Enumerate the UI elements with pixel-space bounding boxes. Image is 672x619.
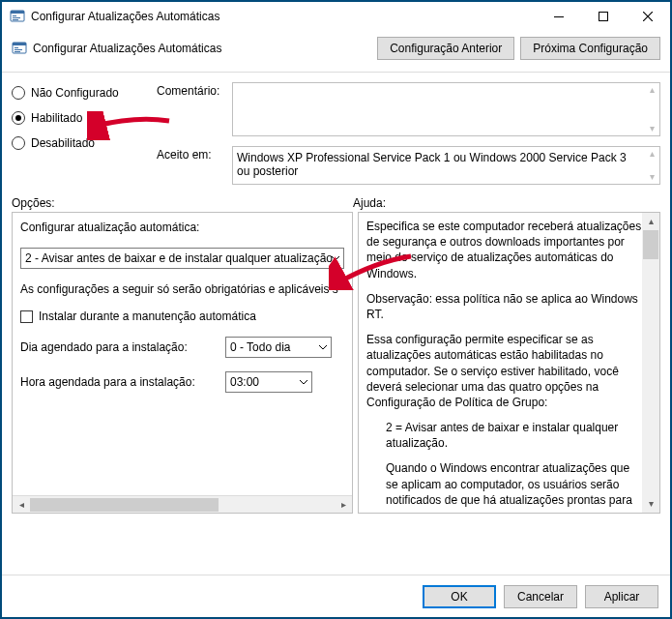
dropdown-value: 0 - Todo dia (230, 340, 327, 354)
svg-rect-9 (15, 47, 18, 48)
scroll-thumb[interactable] (643, 230, 658, 259)
minimize-button[interactable] (537, 2, 581, 31)
scrollbar-icon: ▴▾ (646, 149, 657, 182)
option-config-label: Configurar atualização automática: (20, 221, 353, 234)
titlebar: Configurar Atualizações Automáticas (2, 2, 670, 31)
ok-button[interactable]: OK (423, 585, 496, 608)
install-maintenance-checkbox[interactable]: Instalar durante a manutenção automática (20, 310, 353, 323)
window-title: Configurar Atualizações Automáticas (31, 10, 537, 23)
svg-rect-2 (13, 15, 16, 16)
help-paragraph: Especifica se este computador receberá a… (366, 219, 642, 281)
help-paragraph: Observação: essa política não se aplica … (366, 291, 642, 322)
radio-disabled[interactable]: Desabilitado (12, 136, 157, 150)
radio-not-configured[interactable]: Não Configurado (12, 86, 157, 100)
comment-textbox[interactable]: ▴▾ (232, 82, 660, 136)
svg-rect-8 (13, 43, 26, 45)
radio-label: Não Configurado (31, 86, 119, 100)
help-vertical-scrollbar[interactable]: ▴ ▾ (642, 213, 659, 513)
svg-rect-5 (554, 16, 564, 17)
chevron-down-icon (332, 251, 339, 265)
supported-on-box: Windows XP Professional Service Pack 1 o… (232, 146, 660, 185)
radio-icon (12, 136, 25, 150)
scroll-down-icon[interactable]: ▾ (642, 495, 659, 513)
checkbox-icon (20, 310, 33, 323)
svg-rect-1 (11, 11, 24, 14)
install-day-label: Dia agendado para a instalação: (20, 340, 214, 354)
svg-rect-11 (15, 51, 20, 52)
gpedit-icon (10, 9, 25, 24)
maximize-button[interactable] (581, 2, 626, 31)
options-pane: Configurar atualização automática: 2 - A… (12, 212, 353, 514)
options-horizontal-scrollbar[interactable]: ◂ ▸ (13, 495, 352, 513)
next-setting-button[interactable]: Próxima Configuração (520, 37, 660, 60)
svg-rect-6 (599, 13, 608, 21)
dialog-footer: OK Cancelar Aplicar (2, 575, 670, 617)
supported-label: Aceito em: (157, 146, 232, 185)
install-time-label: Hora agendada para a instalação: (20, 375, 214, 389)
dropdown-value: 03:00 (230, 375, 307, 389)
scroll-up-icon[interactable]: ▴ (642, 213, 659, 230)
radio-label: Habilitado (31, 111, 82, 125)
dropdown-value: 2 - Avisar antes de baixar e de instalar… (25, 251, 348, 265)
config-update-dropdown[interactable]: 2 - Avisar antes de baixar e de instalar… (20, 248, 344, 269)
previous-setting-button[interactable]: Configuração Anterior (377, 37, 514, 60)
policy-title: Configurar Atualizações Automáticas (33, 42, 371, 55)
radio-icon (12, 111, 25, 125)
options-header: Opções: (12, 196, 353, 210)
apply-button[interactable]: Aplicar (585, 585, 658, 608)
comment-label: Comentário: (157, 82, 232, 136)
help-header: Ajuda: (353, 196, 660, 210)
checkbox-label: Instalar durante a manutenção automática (39, 310, 256, 323)
install-day-dropdown[interactable]: 0 - Todo dia (225, 337, 332, 358)
help-paragraph: Essa configuração permite especificar se… (366, 332, 642, 410)
policy-header: Configurar Atualizações Automáticas Conf… (2, 31, 670, 73)
scrollbar-icon: ▴▾ (646, 85, 657, 133)
help-paragraph: Quando o Windows encontrar atualizações … (386, 460, 642, 507)
help-paragraph: 2 = Avisar antes de baixar e instalar qu… (386, 420, 642, 451)
svg-rect-3 (13, 17, 20, 18)
scroll-left-icon[interactable]: ◂ (13, 496, 30, 514)
chevron-down-icon (319, 340, 327, 354)
radio-icon (12, 86, 25, 100)
install-time-dropdown[interactable]: 03:00 (225, 371, 312, 393)
radio-enabled[interactable]: Habilitado (12, 111, 157, 125)
scroll-thumb[interactable] (30, 498, 219, 512)
supported-on-text: Windows XP Professional Service Pack 1 o… (237, 151, 656, 178)
cancel-button[interactable]: Cancelar (504, 585, 577, 608)
radio-label: Desabilitado (31, 136, 95, 150)
help-pane: Especifica se este computador receberá a… (358, 212, 660, 514)
svg-rect-10 (15, 49, 22, 50)
close-button[interactable] (626, 2, 670, 31)
chevron-down-icon (300, 375, 307, 389)
svg-rect-4 (13, 19, 18, 20)
options-note: As configurações a seguir só serão obrig… (20, 282, 353, 296)
gpedit-icon (12, 41, 27, 56)
scroll-right-icon[interactable]: ▸ (335, 496, 352, 514)
